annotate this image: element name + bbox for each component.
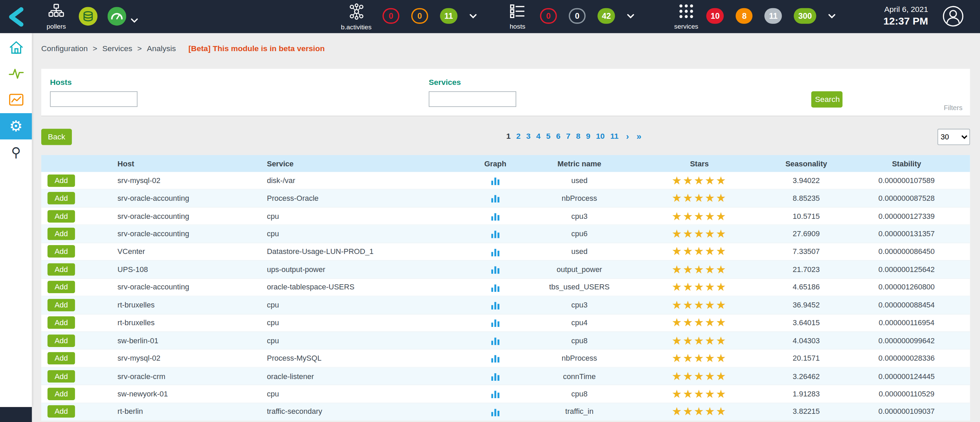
sidebar-item-monitoring[interactable]	[0, 61, 32, 87]
bam-critical-badge[interactable]: 0	[383, 8, 400, 24]
graph-icon[interactable]	[491, 247, 500, 256]
graph-icon[interactable]	[491, 176, 500, 185]
current-time: 12:37 PM	[865, 15, 928, 27]
search-button[interactable]: Search	[811, 91, 843, 108]
graph-icon[interactable]	[491, 336, 500, 345]
add-button[interactable]: Add	[48, 281, 75, 293]
graph-icon[interactable]	[491, 389, 500, 398]
back-button[interactable]: Back	[41, 129, 72, 145]
seasonality-cell: 3.64015	[769, 318, 843, 327]
add-cell: Add	[41, 352, 118, 365]
add-button[interactable]: Add	[48, 174, 75, 187]
stability-cell: 0.000001260800	[843, 283, 970, 292]
breadcrumb-analysis[interactable]: Analysis	[147, 44, 176, 53]
graph-icon[interactable]	[491, 229, 500, 238]
pagination-page[interactable]: 3	[526, 132, 531, 141]
pagination-page[interactable]: 11	[610, 132, 619, 141]
page-size-select[interactable]: 30	[937, 129, 970, 145]
business-activities-badges: 0 0 11	[383, 8, 477, 24]
pagination-page[interactable]: 1	[506, 132, 511, 141]
graph-icon[interactable]	[491, 407, 500, 416]
seasonality-cell: 20.1571	[769, 354, 843, 363]
hosts-up-badge[interactable]: 42	[597, 8, 615, 24]
poller-latency-status-icon[interactable]	[107, 7, 126, 25]
pagination-page[interactable]: 6	[556, 132, 560, 141]
add-button[interactable]: Add	[48, 263, 75, 276]
services-filter-input[interactable]	[429, 91, 516, 107]
pollers-menu[interactable]: pollers	[40, 3, 72, 30]
pagination-page[interactable]: 2	[516, 132, 521, 141]
hosts-unreachable-badge[interactable]: 0	[569, 8, 586, 24]
sidebar-footer[interactable]	[0, 407, 32, 422]
bam-ok-badge[interactable]: 11	[440, 8, 457, 24]
seasonality-cell: 8.85235	[769, 194, 843, 203]
sidebar-item-configuration[interactable]: ⚙	[0, 113, 32, 139]
filters-toggle[interactable]: Filters	[944, 104, 963, 111]
pagination-page[interactable]: 8	[576, 132, 581, 141]
graph-cell	[461, 247, 530, 256]
add-button[interactable]: Add	[48, 228, 75, 240]
user-avatar-button[interactable]	[942, 6, 964, 27]
breadcrumb-configuration[interactable]: Configuration	[41, 44, 88, 53]
add-button[interactable]: Add	[48, 316, 75, 329]
user-icon	[942, 6, 964, 27]
services-warning-badge[interactable]: 8	[736, 8, 753, 24]
graph-icon[interactable]	[491, 318, 500, 327]
add-button[interactable]: Add	[48, 334, 75, 347]
next-page-icon[interactable]: ›	[626, 132, 629, 141]
hosts-filter-input[interactable]	[50, 91, 138, 107]
add-cell: Add	[41, 263, 118, 276]
add-button[interactable]: Add	[48, 405, 75, 418]
poller-database-status-icon[interactable]	[79, 7, 97, 25]
sidebar-item-home[interactable]	[0, 34, 32, 61]
centreon-logo[interactable]	[5, 6, 28, 28]
graph-icon[interactable]	[491, 265, 500, 274]
graph-icon[interactable]	[491, 212, 500, 221]
add-button[interactable]: Add	[48, 370, 75, 382]
pagination-page[interactable]: 5	[546, 132, 550, 141]
pagination-page[interactable]: 4	[536, 132, 541, 141]
sidebar-item-administration[interactable]: ⚲	[0, 139, 32, 166]
graph-icon[interactable]	[491, 371, 500, 381]
services-unknown-badge[interactable]: 11	[765, 8, 782, 24]
service-cell: Datastore-Usage-LUN-PROD_1	[267, 247, 461, 256]
seasonality-cell: 27.6909	[769, 229, 843, 238]
add-button[interactable]: Add	[48, 192, 75, 204]
pollers-chevron-down-icon[interactable]	[130, 14, 138, 25]
graph-icon[interactable]	[491, 283, 500, 291]
breadcrumb-services[interactable]: Services	[102, 44, 132, 53]
add-button[interactable]: Add	[48, 210, 75, 223]
stars-rating: ★★★★★	[629, 175, 769, 186]
add-button[interactable]: Add	[48, 245, 75, 258]
add-button[interactable]: Add	[48, 299, 75, 311]
services-chevron-down-icon[interactable]	[828, 13, 835, 18]
hosts-menu[interactable]: hosts	[500, 3, 535, 30]
breadcrumb-separator: >	[137, 44, 142, 53]
hosts-down-badge[interactable]: 0	[540, 8, 557, 24]
graph-icon[interactable]	[491, 301, 500, 309]
services-menu[interactable]: services	[669, 3, 704, 30]
table-row: Add srv-oracle-accounting oracle-tablesp…	[41, 279, 970, 296]
graph-icon[interactable]	[491, 194, 500, 203]
pagination-page[interactable]: 7	[566, 132, 570, 141]
business-activities-menu[interactable]: b.activities	[334, 3, 378, 31]
hosts-chevron-down-icon[interactable]	[627, 13, 635, 18]
sidebar-item-reporting[interactable]	[0, 87, 32, 113]
stability-cell: 0.000000110529	[843, 390, 970, 398]
add-cell: Add	[41, 192, 118, 204]
seasonality-cell: 3.26462	[769, 371, 843, 381]
add-button[interactable]: Add	[48, 352, 75, 365]
graph-icon[interactable]	[491, 354, 500, 363]
pagination-page[interactable]: 10	[596, 132, 605, 141]
metric-name-cell: cpu6	[530, 229, 629, 238]
pagination-page[interactable]: 9	[586, 132, 590, 141]
last-page-icon[interactable]: »	[636, 132, 641, 141]
host-cell: srv-oracle-accounting	[118, 194, 267, 203]
services-ok-badge[interactable]: 300	[794, 8, 816, 24]
bam-warning-badge[interactable]: 0	[411, 8, 428, 24]
services-critical-badge[interactable]: 10	[706, 8, 724, 24]
host-cell: srv-oracle-crm	[118, 371, 267, 381]
bam-chevron-down-icon[interactable]	[469, 13, 477, 18]
add-button[interactable]: Add	[48, 388, 75, 400]
business-activities-icon	[348, 3, 365, 22]
